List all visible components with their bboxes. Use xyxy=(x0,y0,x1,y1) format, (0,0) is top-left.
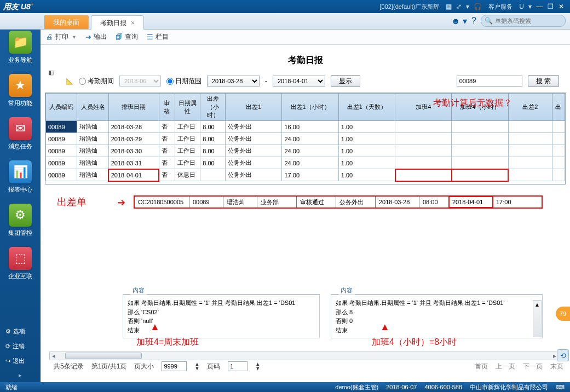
nav-business[interactable]: 📁业务导航 xyxy=(4,31,37,64)
radio-period[interactable]: 考勤期间 xyxy=(79,77,114,86)
table-cell[interactable] xyxy=(395,157,452,169)
search-input[interactable] xyxy=(457,76,522,87)
table-cell[interactable]: 2018-03-31 xyxy=(108,157,159,169)
table-cell[interactable]: 24.00 xyxy=(282,145,338,157)
table-cell[interactable]: 工作日 xyxy=(175,145,200,157)
show-button[interactable]: 显示 xyxy=(331,75,360,87)
status-keyboard-icon[interactable]: ⌨ xyxy=(556,384,565,391)
dropdown-icon[interactable]: ▾ xyxy=(466,3,469,10)
barcode-search[interactable]: 🔍 xyxy=(481,15,566,27)
pagesize-input[interactable] xyxy=(162,361,187,371)
table-cell[interactable] xyxy=(552,133,565,145)
col-audit[interactable]: 审核 xyxy=(159,94,175,121)
table-cell[interactable] xyxy=(508,157,552,169)
grid-icon[interactable]: ▦ xyxy=(446,3,452,10)
table-cell[interactable] xyxy=(452,145,508,157)
export-button[interactable]: ➜输出 xyxy=(85,32,107,42)
table-cell[interactable]: 工作日 xyxy=(175,121,200,133)
table-cell[interactable]: 24.00 xyxy=(282,157,338,169)
table-cell[interactable]: 2018-03-30 xyxy=(108,145,159,157)
col-bt1[interactable]: 出差1 xyxy=(226,94,282,121)
close-window-button[interactable]: ✕ xyxy=(556,3,567,10)
table-cell[interactable]: 00089 xyxy=(46,121,77,133)
table-cell[interactable]: 1.00 xyxy=(338,121,395,133)
radio-daterange[interactable]: 日期范围 xyxy=(166,77,201,86)
pageno-input[interactable] xyxy=(228,361,247,371)
table-cell[interactable]: 24.00 xyxy=(282,133,338,145)
table-cell[interactable]: 00089 xyxy=(46,169,77,181)
table-cell[interactable] xyxy=(552,145,565,157)
notification-badge[interactable]: 79 xyxy=(556,307,570,321)
ruler-icon[interactable]: 📐 xyxy=(66,78,73,85)
nav-reports[interactable]: 📊报表中心 xyxy=(4,160,37,194)
nav-collapse[interactable]: ▸ xyxy=(0,368,41,382)
table-row[interactable]: 00089瑨浩灿2018-03-30否工作日8.00公务外出24.001.00 xyxy=(46,145,565,157)
table-row[interactable]: 00089瑨浩灿2018-03-29否工作日8.00公务外出24.001.00 xyxy=(46,133,565,145)
table-cell[interactable]: 公务外出 xyxy=(226,157,282,169)
nav-enterprise[interactable]: ⬚企业互联 xyxy=(4,247,37,280)
dropdown2-icon[interactable]: ▾ xyxy=(528,3,532,10)
table-cell[interactable]: 1.00 xyxy=(338,145,395,157)
table-cell[interactable] xyxy=(395,121,452,133)
table-cell[interactable]: 2018-03-28 xyxy=(108,121,159,133)
col-attr[interactable]: 日期属性 xyxy=(175,94,200,121)
table-cell[interactable]: 瑨浩灿 xyxy=(77,133,108,145)
table-cell[interactable] xyxy=(395,133,452,145)
table-row[interactable]: 00089瑨浩灿2018-03-31否工作日8.00公务外出24.001.00 xyxy=(46,157,565,169)
table-cell[interactable] xyxy=(452,169,508,181)
table-cell[interactable]: 2018-04-01 xyxy=(108,169,159,181)
table-cell[interactable]: 否 xyxy=(159,169,175,181)
table-cell[interactable]: 17.00 xyxy=(282,169,338,181)
date-to-select[interactable]: 2018-04-01 xyxy=(273,76,325,87)
table-cell[interactable]: 否 xyxy=(159,145,175,157)
col-bt1h[interactable]: 出差1（小时） xyxy=(282,94,338,121)
expand-icon[interactable]: ⤢ xyxy=(456,3,462,10)
nav-exit[interactable]: ↪退出 xyxy=(0,354,41,368)
first-page[interactable]: 首页 xyxy=(475,362,488,371)
date-from-select[interactable]: 2018-03-28 xyxy=(207,76,260,87)
table-cell[interactable]: 8.00 xyxy=(200,133,226,145)
table-cell[interactable]: 休息日 xyxy=(175,169,200,181)
table-cell[interactable] xyxy=(508,133,552,145)
table-cell[interactable]: 工作日 xyxy=(175,133,200,145)
customer-service[interactable]: 客户服务 xyxy=(488,3,513,11)
table-cell[interactable] xyxy=(452,157,508,169)
col-hours[interactable]: 出差（小时） xyxy=(200,94,226,121)
table-cell[interactable] xyxy=(552,169,565,181)
print-button[interactable]: 🖨打印▼ xyxy=(46,32,77,42)
table-cell[interactable]: 公务外出 xyxy=(226,145,282,157)
search-button[interactable]: 搜 索 xyxy=(528,75,559,87)
table-cell[interactable]: 否 xyxy=(159,133,175,145)
table-cell[interactable]: 瑨浩灿 xyxy=(77,169,108,181)
scroll-left-icon[interactable]: ◂ xyxy=(50,352,57,360)
table-cell[interactable] xyxy=(508,145,552,157)
tab-desktop[interactable]: 我的桌面 xyxy=(44,15,89,29)
table-cell[interactable] xyxy=(552,121,565,133)
table-cell[interactable]: 16.00 xyxy=(282,121,338,133)
table-row[interactable]: 00089瑨浩灿2018-03-28否工作日8.00公务外出16.001.00 xyxy=(46,121,565,133)
barcode-search-input[interactable] xyxy=(495,18,570,24)
prev-page[interactable]: 上一页 xyxy=(496,362,515,371)
last-page[interactable]: 末页 xyxy=(550,362,563,371)
maximize-button[interactable]: ❐ xyxy=(545,3,556,10)
help-icon[interactable]: ? xyxy=(471,16,476,26)
table-cell[interactable]: 1.00 xyxy=(338,169,395,181)
table-cell[interactable]: 1.00 xyxy=(338,157,395,169)
table-cell[interactable]: 瑨浩灿 xyxy=(77,157,108,169)
table-cell[interactable] xyxy=(395,169,452,181)
col-name[interactable]: 人员姓名 xyxy=(77,94,108,121)
col-bt1d[interactable]: 出差1（天数） xyxy=(338,94,395,121)
table-cell[interactable]: 00089 xyxy=(46,145,77,157)
scroll-thumb[interactable] xyxy=(65,353,142,359)
table-cell[interactable]: 1.00 xyxy=(338,133,395,145)
table-cell[interactable]: 公务外出 xyxy=(226,121,282,133)
table-cell[interactable] xyxy=(452,121,508,133)
table-row[interactable]: 00089瑨浩灿2018-04-01否休息日公务外出17.001.00 xyxy=(46,169,565,181)
query-button[interactable]: 🗐查询 xyxy=(116,32,138,42)
table-cell[interactable]: 00089 xyxy=(46,133,77,145)
nav-group[interactable]: ⚙集团管控 xyxy=(4,204,37,237)
nav-logout[interactable]: ⟳注销 xyxy=(0,339,41,354)
table-cell[interactable]: 公务外出 xyxy=(226,169,282,181)
table-cell[interactable]: 00089 xyxy=(46,157,77,169)
table-cell[interactable]: 8.00 xyxy=(200,157,226,169)
